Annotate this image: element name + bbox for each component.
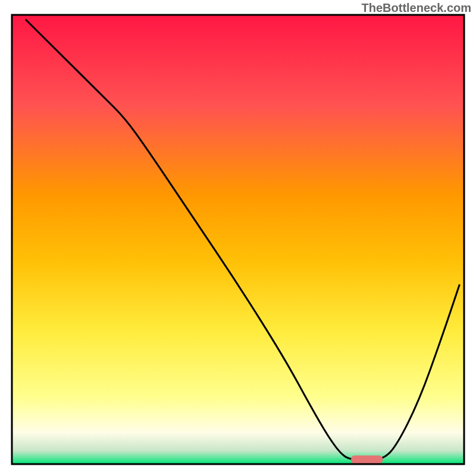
plot-background <box>12 15 464 464</box>
chart-svg <box>0 0 476 476</box>
watermark-text: TheBottleneck.com <box>362 1 471 15</box>
chart-container: TheBottleneck.com <box>0 0 476 476</box>
optimal-range-marker <box>351 455 383 464</box>
